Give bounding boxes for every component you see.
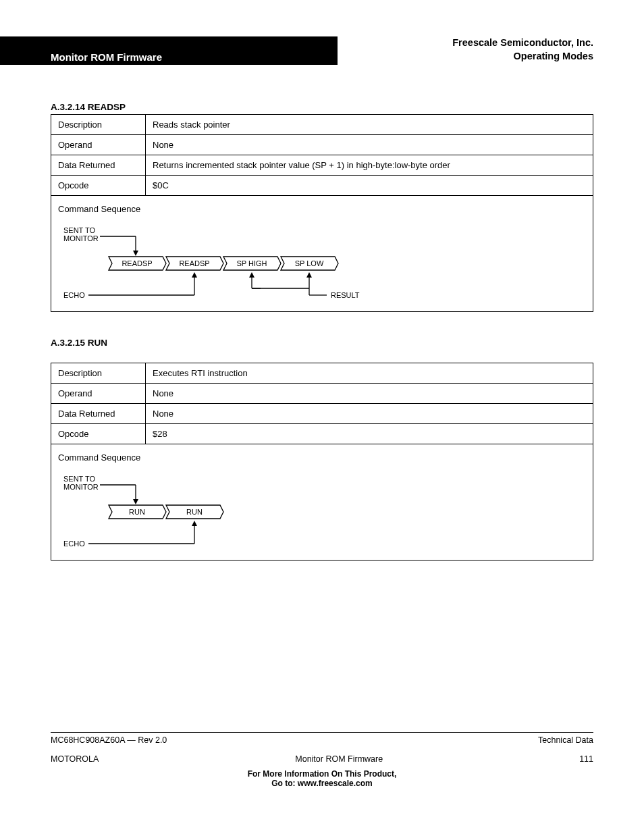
footer-page-num: 111 bbox=[579, 754, 593, 764]
readsp-table: Description Reads stack pointer Operand … bbox=[51, 114, 593, 312]
sent-label-2: MONITOR bbox=[63, 234, 99, 242]
company-block: Freescale Semiconductor, Inc. Operating … bbox=[452, 36, 593, 63]
svg-text:RUN: RUN bbox=[129, 508, 145, 516]
seq-label: Command Sequence bbox=[58, 452, 586, 463]
cell-value: Reads stack pointer bbox=[146, 115, 593, 135]
box-run-1: RUN bbox=[109, 505, 166, 519]
cell-value: $28 bbox=[146, 424, 593, 444]
svg-text:RUN: RUN bbox=[186, 508, 203, 516]
page-header: Monitor ROM Firmware Freescale Semicondu… bbox=[51, 36, 593, 63]
footer-motorola: MOTOROLA bbox=[51, 754, 99, 764]
run-sequence-cell: Command Sequence SENT TO MONITOR RUN RUN… bbox=[51, 444, 593, 561]
cell-label: Data Returned bbox=[51, 155, 146, 176]
sent-label-2: MONITOR bbox=[63, 483, 99, 491]
box-run-2: RUN bbox=[166, 505, 223, 519]
box-readsp-2: READSP bbox=[166, 257, 223, 270]
sent-label-1: SENT TO bbox=[63, 226, 96, 234]
box-readsp-1: READSP bbox=[109, 257, 166, 270]
cell-value: Executes RTI instruction bbox=[146, 363, 593, 384]
cell-value: None bbox=[146, 384, 593, 404]
seq-label: Command Sequence bbox=[58, 204, 586, 214]
readsp-sequence-cell: Command Sequence SENT TO MONITOR READSP … bbox=[51, 196, 593, 312]
subheader-run: A.3.2.15 RUN bbox=[51, 338, 593, 348]
footer-section: Monitor ROM Firmware bbox=[295, 754, 383, 764]
cell-label: Operand bbox=[51, 384, 146, 404]
svg-text:READSP: READSP bbox=[179, 259, 209, 267]
svg-text:SP LOW: SP LOW bbox=[295, 259, 324, 267]
run-diagram: SENT TO MONITOR RUN RUN ECHO bbox=[58, 463, 294, 550]
cell-label: Description bbox=[51, 363, 146, 384]
subsection-headers: A.3.2.14 READSP bbox=[51, 102, 593, 112]
cell-value: $0C bbox=[146, 176, 593, 196]
readsp-diagram: SENT TO MONITOR READSP READSP SP HIGH bbox=[58, 214, 409, 302]
cell-label: Data Returned bbox=[51, 404, 146, 424]
company-line2: Operating Modes bbox=[452, 50, 593, 63]
echo-label: ECHO bbox=[63, 291, 85, 299]
footer-moreinfo: For More Information On This Product, Go… bbox=[51, 769, 593, 788]
cell-value: None bbox=[146, 404, 593, 424]
svg-marker-11 bbox=[249, 272, 254, 278]
cell-label: Description bbox=[51, 115, 146, 135]
cell-value: Returns incremented stack pointer value … bbox=[146, 155, 593, 176]
svg-marker-9 bbox=[192, 272, 197, 278]
svg-text:SP HIGH: SP HIGH bbox=[236, 259, 267, 267]
svg-marker-2 bbox=[133, 251, 138, 256]
running-head: Monitor ROM Firmware bbox=[51, 42, 162, 63]
subheader-readsp: A.3.2.14 READSP bbox=[51, 102, 593, 112]
box-sp-high: SP HIGH bbox=[223, 257, 281, 270]
svg-marker-24 bbox=[192, 521, 197, 526]
result-label: RESULT bbox=[331, 291, 360, 299]
page-footer: MC68HC908AZ60A — Rev 2.0 Technical Data … bbox=[51, 732, 593, 788]
svg-text:READSP: READSP bbox=[122, 259, 152, 267]
cell-label: Opcode bbox=[51, 424, 146, 444]
sent-label-1: SENT TO bbox=[63, 475, 96, 483]
echo-label: ECHO bbox=[63, 540, 85, 548]
svg-marker-14 bbox=[306, 272, 312, 278]
footer-tech-data: Technical Data bbox=[538, 735, 593, 745]
cell-label: Operand bbox=[51, 135, 146, 155]
footer-doc-rev: MC68HC908AZ60A — Rev 2.0 bbox=[51, 735, 167, 745]
cell-value: None bbox=[146, 135, 593, 155]
svg-marker-19 bbox=[133, 499, 138, 504]
cell-label: Opcode bbox=[51, 176, 146, 196]
run-table: Description Executes RTI instruction Ope… bbox=[51, 363, 593, 561]
company-line1: Freescale Semiconductor, Inc. bbox=[452, 36, 593, 50]
box-sp-low: SP LOW bbox=[281, 257, 338, 270]
